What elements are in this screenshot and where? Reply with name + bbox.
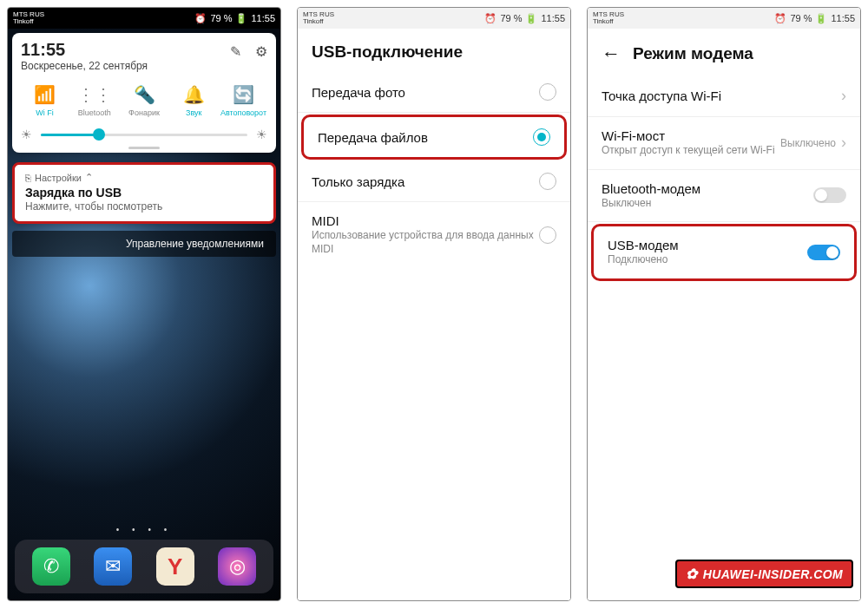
highlight-usb-modem: USB-модем Подключено	[591, 224, 857, 281]
row-bluetooth-modem[interactable]: Bluetooth-модем Выключен	[588, 170, 860, 223]
notif-title: Зарядка по USB	[25, 186, 263, 200]
battery-text: 79 %	[210, 13, 232, 23]
dock: ✆ ✉ Y ◎	[15, 540, 273, 593]
alarm-icon: ⏰	[484, 13, 496, 24]
watermark-text: HUAWEI-INSIDER.COM	[703, 567, 843, 581]
clock: 11:55	[251, 13, 275, 23]
page-title: USB-подключение	[312, 43, 463, 62]
status-bar: MTS RUS Tinkoff ⏰ 79 % 🔋 11:55	[298, 8, 570, 29]
back-arrow-icon[interactable]: ←	[602, 43, 621, 65]
battery-icon: 🔋	[815, 13, 827, 24]
notif-subtitle: Нажмите, чтобы посмотреть	[25, 200, 263, 213]
chevron-right-icon: ›	[841, 134, 846, 152]
shade-date: Воскресенье, 22 сентября	[21, 60, 148, 72]
carrier-2: Tinkoff	[13, 18, 44, 25]
gear-icon[interactable]: ⚙	[255, 43, 267, 60]
wifi-icon: 📶	[34, 84, 56, 105]
bell-icon: 🔔	[183, 84, 205, 105]
phone-3-tethering: MTS RUS Tinkoff ⏰ 79 % 🔋 11:55 ← Режим м…	[587, 7, 861, 601]
alarm-icon: ⏰	[194, 13, 207, 24]
watermark-badge: ✿ HUAWEI-INSIDER.COM	[675, 560, 853, 588]
option-midi[interactable]: MIDI Использование устройства для ввода …	[298, 202, 570, 267]
usb-options-list: Передача фото Передача файлов Только зар…	[298, 72, 570, 600]
toggle-bluetooth[interactable]: ⋮⋮ Bluetooth	[70, 84, 118, 117]
battery-text: 79 %	[790, 13, 812, 23]
usb-header: USB-подключение	[298, 29, 570, 72]
shade-time: 11:55	[21, 40, 148, 60]
edit-icon[interactable]: ✎	[230, 43, 241, 60]
radio-unselected[interactable]	[539, 83, 556, 101]
brightness-slider[interactable]: ☀ ☀	[21, 128, 267, 141]
sun-high-icon: ☀	[256, 128, 267, 141]
toggle-autorotate[interactable]: 🔄 Автоповорот	[220, 84, 267, 117]
chevron-right-icon: ›	[841, 87, 846, 105]
quick-settings-panel[interactable]: 11:55 Воскресенье, 22 сентября ✎ ⚙ 📶 Wi …	[12, 33, 276, 153]
tether-settings-list: Точка доступа Wi-Fi › Wi-Fi-мост Открыт …	[588, 75, 860, 600]
manage-notifications-link[interactable]: Управление уведомлениями	[12, 231, 276, 257]
toggle-off[interactable]	[813, 187, 846, 203]
carrier-2: Tinkoff	[593, 18, 624, 25]
toggle-flashlight[interactable]: 🔦 Фонарик	[121, 84, 168, 117]
bluetooth-icon: ⋮⋮	[77, 84, 112, 105]
collapse-chevron-icon[interactable]: ⌃	[85, 172, 93, 183]
app-phone[interactable]: ✆	[32, 547, 70, 586]
shade-handle[interactable]	[128, 147, 160, 149]
brightness-thumb[interactable]	[93, 128, 105, 141]
sun-low-icon: ☀	[21, 128, 32, 141]
option-file-transfer[interactable]: Передача файлов	[304, 117, 564, 157]
option-charge-only[interactable]: Только зарядка	[298, 161, 570, 202]
radio-unselected[interactable]	[539, 226, 556, 244]
clock: 11:55	[831, 13, 855, 23]
battery-text: 79 %	[500, 13, 522, 23]
app-yandex[interactable]: Y	[156, 547, 194, 586]
row-value: Выключено	[780, 137, 836, 149]
quick-toggles: 📶 Wi Fi ⋮⋮ Bluetooth 🔦 Фонарик 🔔 Звук 🔄	[21, 84, 267, 117]
toggle-on[interactable]	[807, 245, 840, 260]
page-title: Режим модема	[633, 44, 753, 63]
app-camera[interactable]: ◎	[218, 547, 256, 586]
brightness-track[interactable]	[41, 134, 247, 136]
home-screen: 11:55 Воскресенье, 22 сентября ✎ ⚙ 📶 Wi …	[8, 29, 280, 600]
battery-icon: 🔋	[235, 13, 247, 24]
carrier-2: Tinkoff	[303, 18, 334, 25]
clock: 11:55	[541, 13, 565, 23]
highlight-file-transfer: Передача файлов	[301, 115, 567, 160]
status-bar: MTS RUS Tinkoff ⏰ 79 % 🔋 11:55	[8, 8, 280, 29]
radio-selected[interactable]	[533, 128, 550, 146]
radio-unselected[interactable]	[539, 173, 556, 190]
row-wifi-hotspot[interactable]: Точка доступа Wi-Fi ›	[588, 75, 860, 117]
battery-icon: 🔋	[525, 13, 537, 24]
tether-header: ← Режим модема	[588, 29, 860, 75]
phone-1-notification-shade: MTS RUS Tinkoff ⏰ 79 % 🔋 11:55 11:55 Вос…	[7, 7, 281, 601]
status-bar: MTS RUS Tinkoff ⏰ 79 % 🔋 11:55	[588, 8, 860, 29]
alarm-icon: ⏰	[774, 13, 786, 24]
toggle-sound[interactable]: 🔔 Звук	[170, 84, 218, 117]
toggle-wifi[interactable]: 📶 Wi Fi	[21, 84, 69, 117]
row-wifi-bridge[interactable]: Wi-Fi-мост Открыт доступ к текущей сети …	[588, 117, 860, 170]
flashlight-icon: 🔦	[134, 84, 155, 105]
huawei-logo-icon: ✿	[686, 566, 697, 582]
notif-app: Настройки	[35, 173, 82, 183]
usb-mini-icon: ⎘	[25, 173, 31, 183]
row-usb-modem[interactable]: USB-модем Подключено	[594, 226, 854, 278]
usb-charging-notification[interactable]: ⎘ Настройки ⌃ Зарядка по USB Нажмите, чт…	[12, 162, 276, 224]
page-indicator: • • • •	[8, 525, 280, 534]
app-messages[interactable]: ✉	[94, 547, 132, 586]
rotate-icon: 🔄	[233, 84, 254, 105]
option-photo-transfer[interactable]: Передача фото	[298, 72, 570, 113]
phone-2-usb-connection: MTS RUS Tinkoff ⏰ 79 % 🔋 11:55 USB-подкл…	[297, 7, 571, 601]
